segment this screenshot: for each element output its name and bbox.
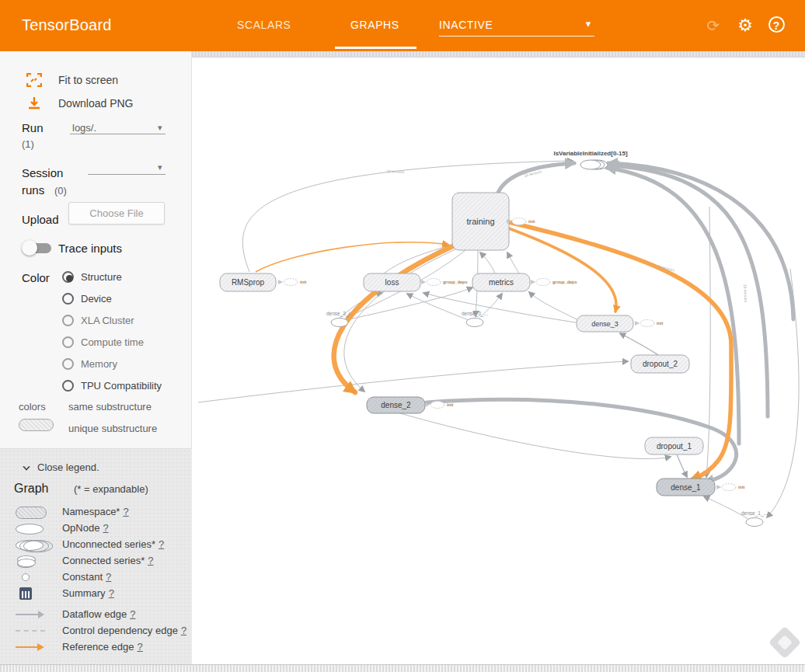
legend-graph-label: Graph — [14, 482, 48, 496]
session-label-line2: runs — [22, 183, 44, 197]
horizontal-scrollbar-top[interactable] — [192, 51, 805, 57]
svg-text:dropout_1: dropout_1 — [657, 442, 692, 451]
graph-node-training[interactable]: training — [452, 193, 509, 250]
radio-label: Structure — [81, 271, 122, 283]
svg-text:init: init — [447, 402, 453, 407]
legend-help-link[interactable]: ? — [148, 555, 153, 566]
radio-label: TPU Compatibility — [81, 380, 162, 392]
radio-icon[interactable] — [62, 293, 74, 305]
svg-text:group_deps: group_deps — [443, 280, 467, 284]
radio-label: Device — [81, 293, 112, 305]
radio-icon[interactable] — [62, 380, 74, 392]
legend-help-link[interactable]: ? — [159, 538, 164, 550]
graph-canvas[interactable]: trainingRMSproplossmetricsdense_3dropout… — [192, 51, 805, 664]
chevron-down-icon[interactable] — [158, 161, 162, 172]
radio-icon[interactable] — [62, 315, 74, 326]
close-legend-label: Close legend. — [37, 461, 99, 473]
run-label: Run — [22, 121, 44, 134]
chevron-down-icon — [23, 463, 30, 470]
choose-file-button[interactable]: Choose File — [68, 202, 165, 225]
legend-help-link[interactable]: ? — [106, 571, 111, 583]
fit-to-screen-label: Fit to screen — [58, 74, 118, 86]
help-icon[interactable]: ? — [766, 16, 786, 36]
graph-annotation-dense-3-init: init — [635, 320, 663, 327]
run-mode-dropdown[interactable]: INACTIVE — [439, 19, 594, 37]
edge-bundle-right-2 — [607, 168, 739, 444]
session-runs-dropdown[interactable] — [88, 162, 166, 175]
legend-label: Summary? — [62, 587, 114, 599]
graph-panel[interactable]: trainingRMSproplossmetricsdense_3dropout… — [192, 51, 805, 664]
colors-label: colors — [19, 401, 46, 413]
svg-text:init: init — [528, 219, 535, 224]
radio-label: Memory — [81, 358, 117, 370]
connected-series-icon — [17, 561, 34, 568]
sidebar: Fit to screen Download PNG Run logs/. (1… — [0, 51, 192, 664]
graph-node-rmsprop[interactable]: RMSprop — [220, 273, 276, 291]
legend-help-link[interactable]: ? — [103, 522, 108, 534]
reference-edge-icon — [16, 646, 42, 648]
edge-dropout2-dense3 — [620, 333, 658, 355]
unique-substructure-swatch — [19, 419, 54, 431]
legend-row-opnode: OpNode? — [0, 521, 192, 538]
opnode-icon — [16, 524, 44, 534]
legend-label: Unconnected series*? — [62, 538, 164, 550]
trace-inputs-toggle[interactable] — [22, 240, 53, 256]
gear-icon[interactable]: ⚙ — [735, 16, 755, 36]
radio-icon[interactable] — [62, 358, 74, 370]
graph-node-loss[interactable]: loss — [364, 273, 420, 291]
graph-op-dense_1_series[interactable]: dense_1_... — [741, 510, 768, 527]
legend-row-constant: Constant? — [0, 570, 192, 587]
edge-dropout1-dense1 — [677, 454, 687, 477]
svg-text:dense_3_...: dense_3_... — [326, 311, 353, 317]
edge-training-isvarinit — [498, 163, 574, 193]
graph-node-dropout_2[interactable]: dropout_2 — [631, 355, 689, 373]
legend-help-link[interactable]: ? — [109, 587, 114, 599]
legend-help-link[interactable]: ? — [181, 625, 186, 636]
refresh-icon[interactable]: ⟳ — [703, 16, 723, 36]
legend-row-dataflow-edge: Dataflow edge? — [0, 608, 192, 624]
app-title: TensorBoard — [22, 16, 112, 34]
edge-training-dense2-gray — [344, 245, 464, 392]
graph-node-metrics[interactable]: metrics — [472, 273, 530, 291]
svg-text:init: init — [738, 485, 744, 489]
download-icon — [26, 96, 42, 110]
run-dropdown-underline — [70, 121, 166, 134]
graph-annotation-loss-group-deps: group_deps — [422, 279, 467, 286]
legend-row-namespace: Namespace*? — [0, 505, 192, 521]
legend-help-link[interactable]: ? — [130, 608, 135, 620]
horizontal-scrollbar-bottom[interactable] — [0, 664, 805, 672]
legend-help-link[interactable]: ? — [123, 506, 128, 517]
svg-text:dropout_2: dropout_2 — [643, 360, 678, 368]
radio-label: XLA Cluster — [81, 315, 134, 326]
dataflow-edge-icon — [16, 614, 42, 615]
svg-text:training: training — [466, 217, 494, 226]
graph-node-dense_3[interactable]: dense_3 — [577, 315, 633, 332]
graph-node-dense_1[interactable]: dense_1 — [657, 479, 715, 496]
svg-text:group_deps: group_deps — [552, 280, 577, 284]
svg-text:dense_3_...: dense_3_... — [462, 311, 488, 317]
tab-graphs[interactable]: GRAPHS — [350, 19, 399, 31]
graph-node-dense_2[interactable]: dense_2 — [367, 397, 425, 413]
unconnected-series-icon — [16, 540, 44, 551]
chevron-down-icon[interactable] — [158, 121, 162, 133]
legend-row-unconnected-series: Unconnected series*? — [0, 538, 192, 554]
graph-node-dropout_1[interactable]: dropout_1 — [645, 437, 703, 454]
tab-scalars[interactable]: SCALARS — [237, 19, 291, 31]
legend-label: Control dependency edge? — [62, 625, 186, 636]
graph-annotation-rmsprop-init: init — [277, 279, 306, 286]
constant-icon — [22, 573, 30, 581]
edge-vertical-dense1 — [706, 207, 710, 477]
color-label: Color — [22, 271, 50, 284]
legend-row-connected-series: Connected series*? — [0, 554, 192, 570]
summary-icon — [19, 587, 32, 600]
radio-icon[interactable] — [62, 336, 74, 348]
edge-bundle-right-3 — [608, 163, 793, 319]
edge-left-dropout2 — [198, 361, 628, 402]
legend-help-link[interactable]: ? — [138, 641, 143, 653]
legend-label: OpNode? — [62, 522, 109, 534]
svg-text:RMSprop: RMSprop — [232, 278, 265, 287]
radio-icon[interactable] — [62, 271, 74, 283]
toggle-knob — [22, 240, 37, 256]
svg-text:init: init — [657, 321, 663, 326]
legend-row-control-dependency-edge: Control dependency edge? — [0, 624, 192, 640]
